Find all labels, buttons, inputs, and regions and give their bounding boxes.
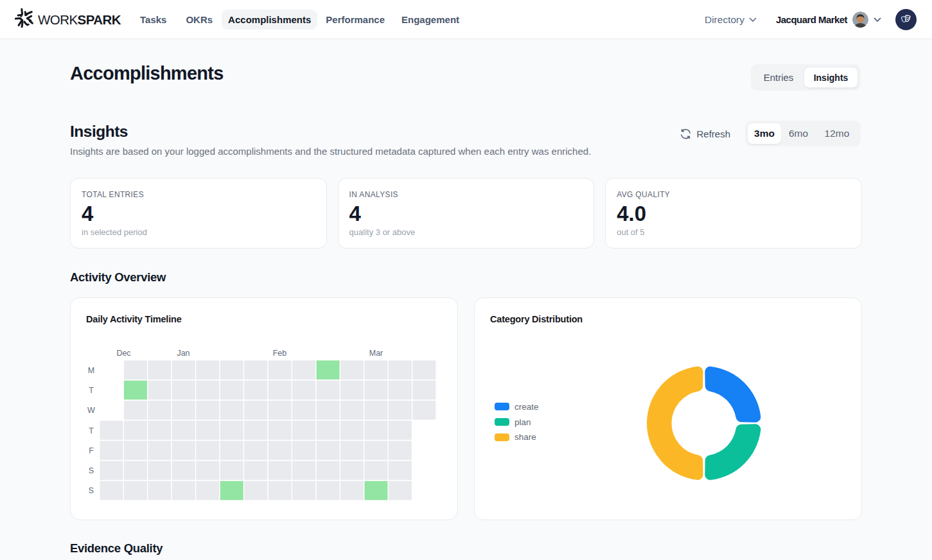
svg-text:M: M xyxy=(88,366,94,375)
svg-text:T: T xyxy=(89,386,94,395)
svg-text:Feb: Feb xyxy=(273,349,287,358)
svg-text:T: T xyxy=(89,426,94,435)
svg-text:Mar: Mar xyxy=(369,349,383,358)
svg-text:W: W xyxy=(87,406,95,415)
svg-text:S: S xyxy=(89,486,94,495)
svg-text:F: F xyxy=(89,446,94,455)
svg-text:S: S xyxy=(89,466,94,475)
svg-text:Jan: Jan xyxy=(177,349,189,358)
svg-text:Dec: Dec xyxy=(116,349,130,358)
